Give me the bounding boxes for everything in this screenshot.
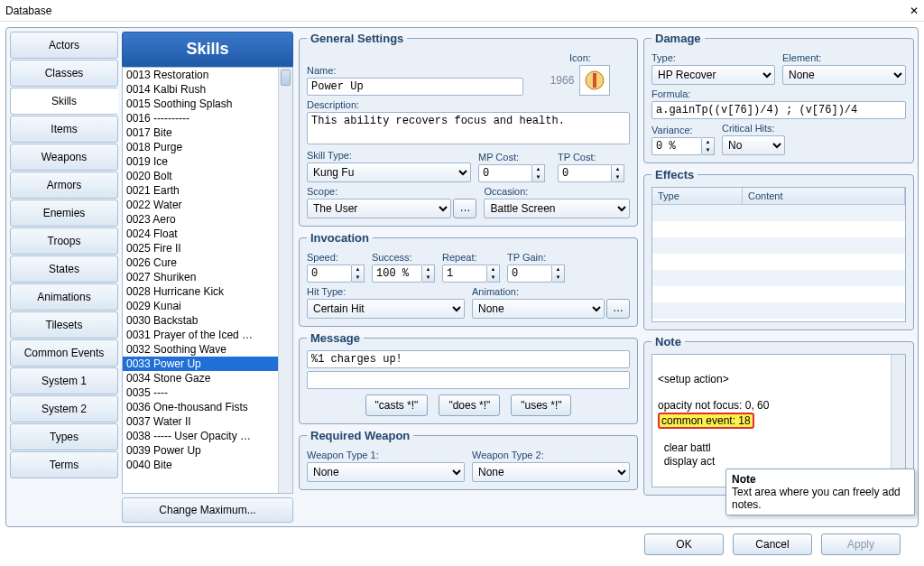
list-item[interactable]: 0036 One-thousand Fists xyxy=(123,400,292,414)
tooltip-title: Note xyxy=(732,473,756,486)
name-input[interactable] xyxy=(307,78,523,96)
list-item[interactable]: 0022 Water xyxy=(123,198,292,212)
list-item[interactable]: 0029 Kunai xyxy=(123,299,292,313)
list-item[interactable]: 0016 ---------- xyxy=(123,111,292,125)
apply-button[interactable]: Apply xyxy=(821,534,901,555)
general-settings-group: General Settings Name: Icon: 1966 xyxy=(299,32,638,227)
ok-button[interactable]: OK xyxy=(644,534,724,555)
note-line-opacity: opacity not focus: 0, 60 xyxy=(658,399,769,412)
repeat-input[interactable] xyxy=(442,264,487,283)
name-label: Name: xyxy=(307,65,523,76)
tab-animations[interactable]: Animations xyxy=(10,283,118,311)
success-input[interactable] xyxy=(372,264,422,283)
list-item[interactable]: 0014 Kalbi Rush xyxy=(123,82,292,97)
tab-actors[interactable]: Actors xyxy=(10,32,118,59)
weapon2-label: Weapon Type 2: xyxy=(472,450,630,460)
animation-select[interactable]: None xyxy=(472,299,605,319)
success-label: Success: xyxy=(372,252,435,263)
skill-list[interactable]: 0013 Restoration0014 Kalbi Rush0015 Soot… xyxy=(122,67,293,494)
list-item[interactable]: 0013 Restoration xyxy=(123,68,292,82)
list-item[interactable]: 0018 Purge xyxy=(123,140,292,154)
msg-casts-button[interactable]: "casts *!" xyxy=(365,394,429,416)
tab-skills[interactable]: Skills xyxy=(10,88,118,115)
scope-more-button[interactable]: … xyxy=(453,199,476,218)
tpgain-label: TP Gain: xyxy=(507,252,565,263)
effects-col-content: Content xyxy=(743,188,905,204)
list-item[interactable]: 0040 Bite xyxy=(123,458,292,472)
variance-input[interactable] xyxy=(651,137,702,155)
tab-terms[interactable]: Terms xyxy=(10,451,118,478)
effects-col-type: Type xyxy=(652,188,743,204)
list-item[interactable]: 0035 ---- xyxy=(123,385,292,400)
tab-armors[interactable]: Armors xyxy=(10,172,118,199)
tab-types[interactable]: Types xyxy=(10,423,118,450)
mpcost-input[interactable] xyxy=(478,164,532,182)
animation-more-button[interactable]: … xyxy=(606,299,630,319)
invocation-group: Invocation Speed:▲▼ Success:▲▼ Repeat:▲▼… xyxy=(299,231,638,327)
tab-common-events[interactable]: Common Events xyxy=(10,339,118,367)
close-icon[interactable]: ✕ xyxy=(910,5,919,17)
tpgain-input[interactable] xyxy=(507,264,552,283)
list-item[interactable]: 0019 Ice xyxy=(123,154,292,169)
tooltip: Note Text area where you can freely add … xyxy=(725,469,915,515)
tab-classes[interactable]: Classes xyxy=(10,60,118,87)
note-scrollbar[interactable] xyxy=(891,355,905,487)
msg-uses-button[interactable]: "uses *!" xyxy=(511,394,571,416)
dmg-type-select[interactable]: HP Recover xyxy=(651,65,775,85)
message-line1-input[interactable] xyxy=(307,350,630,368)
tab-states[interactable]: States xyxy=(10,255,118,283)
list-item[interactable]: 0026 Cure xyxy=(123,255,292,270)
occasion-select[interactable]: Battle Screen xyxy=(484,199,630,218)
tab-system-1[interactable]: System 1 xyxy=(10,367,118,394)
database-dialog: Actors Classes Skills Items Weapons Armo… xyxy=(5,27,919,527)
list-item[interactable]: 0038 ----- User Opacity … xyxy=(123,429,292,443)
list-item[interactable]: 0015 Soothing Splash xyxy=(123,97,292,111)
note-textarea[interactable]: <setup action> opacity not focus: 0, 60 … xyxy=(651,354,906,487)
tpcost-input[interactable] xyxy=(558,164,612,182)
note-line-display: display act xyxy=(658,455,715,468)
effects-grid[interactable]: Type Content xyxy=(651,187,906,322)
weapon1-select[interactable]: None xyxy=(307,462,465,482)
weapon2-select[interactable]: None xyxy=(472,462,630,482)
list-item[interactable]: 0025 Fire II xyxy=(123,241,292,255)
general-legend: General Settings xyxy=(307,32,407,45)
list-item[interactable]: 0027 Shuriken xyxy=(123,270,292,284)
list-item[interactable]: 0017 Bite xyxy=(123,125,292,140)
description-input[interactable]: This ability recovers focus and health. xyxy=(307,112,630,144)
cancel-button[interactable]: Cancel xyxy=(733,534,812,555)
list-item[interactable]: 0021 Earth xyxy=(123,183,292,198)
list-item[interactable]: 0034 Stone Gaze xyxy=(123,371,292,385)
change-maximum-button[interactable]: Change Maximum... xyxy=(122,497,293,523)
msg-does-button[interactable]: "does *!" xyxy=(439,394,500,416)
tab-weapons[interactable]: Weapons xyxy=(10,144,118,171)
hittype-select[interactable]: Certain Hit xyxy=(307,299,465,319)
speed-input[interactable] xyxy=(307,264,352,283)
tooltip-body: Text area where you can freely add notes… xyxy=(732,486,901,511)
list-item[interactable]: 0039 Power Up xyxy=(123,443,292,458)
list-item[interactable]: 0020 Bolt xyxy=(123,169,292,183)
window-title: Database xyxy=(5,5,51,17)
scrollbar-thumb[interactable] xyxy=(281,70,291,86)
list-item[interactable]: 0032 Soothing Wave xyxy=(123,342,292,357)
list-item[interactable]: 0037 Water II xyxy=(123,414,292,429)
reqweapon-legend: Required Weapon xyxy=(307,429,413,442)
list-item[interactable]: 0030 Backstab xyxy=(123,313,292,328)
scrollbar[interactable] xyxy=(278,68,292,493)
tab-system-2[interactable]: System 2 xyxy=(10,395,118,422)
message-line2-input[interactable] xyxy=(307,371,630,389)
skill-icon[interactable] xyxy=(579,65,610,96)
list-item[interactable]: 0028 Hurricane Kick xyxy=(123,284,292,299)
list-item[interactable]: 0024 Float xyxy=(123,227,292,241)
list-item[interactable]: 0031 Prayer of the Iced … xyxy=(123,328,292,342)
tab-items[interactable]: Items xyxy=(10,116,118,143)
list-item[interactable]: 0023 Aero xyxy=(123,212,292,227)
crit-select[interactable]: No xyxy=(722,135,785,155)
tab-enemies[interactable]: Enemies xyxy=(10,199,118,227)
scope-select[interactable]: The User xyxy=(307,199,451,218)
tab-tilesets[interactable]: Tilesets xyxy=(10,311,118,339)
list-item[interactable]: 0033 Power Up xyxy=(123,357,292,371)
tab-troops[interactable]: Troops xyxy=(10,227,118,255)
dmg-element-select[interactable]: None xyxy=(782,65,906,85)
skilltype-select[interactable]: Kung Fu xyxy=(307,162,471,182)
formula-input[interactable] xyxy=(651,101,906,119)
